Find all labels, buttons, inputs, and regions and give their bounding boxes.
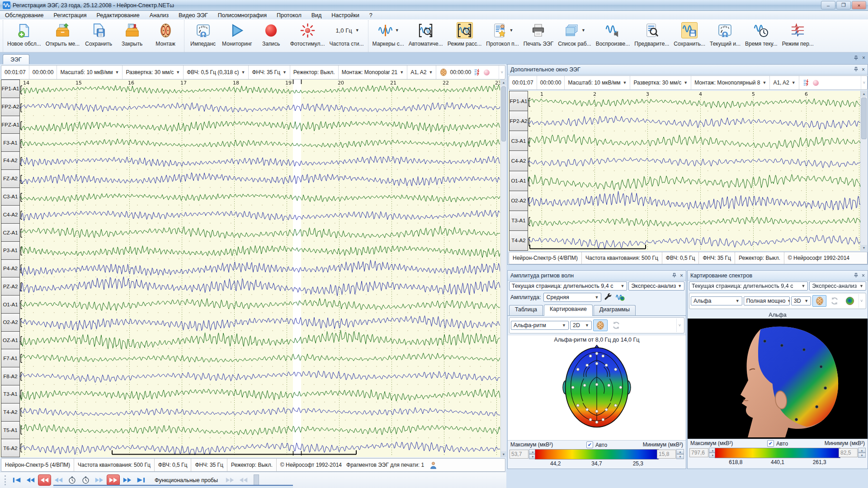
- channel-label-F3-A1[interactable]: F3-A1: [1, 133, 20, 152]
- channel-label-FP1-A1[interactable]: FP1-A1: [509, 91, 528, 111]
- current-time-button[interactable]: Время теку...: [743, 20, 780, 52]
- chevron-down-icon[interactable]: ▼: [509, 28, 514, 33]
- step-back-button[interactable]: [52, 475, 65, 485]
- go-start-button[interactable]: [11, 475, 23, 485]
- channel-label-PZ-A2[interactable]: PZ-A2: [1, 277, 20, 296]
- colormap-icon[interactable]: [843, 295, 857, 307]
- channel-label-F7-A1[interactable]: F7-A1: [1, 349, 20, 367]
- spin-down-icon[interactable]: ▼: [858, 453, 866, 458]
- close-panel-icon[interactable]: ×: [862, 272, 865, 279]
- rhythm-select[interactable]: Альфа-ритм▼: [511, 321, 569, 330]
- menu-item-9[interactable]: ?: [364, 12, 377, 19]
- control-1[interactable]: 00:00:00: [537, 76, 565, 89]
- refresh-icon[interactable]: [609, 319, 623, 331]
- min-input-spinner[interactable]: ▲▼: [858, 448, 866, 458]
- control-0[interactable]: 00:01:07: [1, 66, 29, 79]
- power-select[interactable]: Полная мощно▼: [744, 296, 790, 305]
- eeg-extra-traces[interactable]: [528, 91, 861, 250]
- tab-Диаграммы[interactable]: Диаграммы: [594, 305, 636, 315]
- pin-icon[interactable]: [854, 273, 859, 278]
- open-exam-button[interactable]: Открыть ме...: [43, 20, 82, 52]
- scroll-nub-icon[interactable]: ˅: [499, 66, 505, 79]
- channel-label-C3-A1[interactable]: C3-A1: [509, 131, 528, 151]
- head-map-button[interactable]: [593, 319, 608, 331]
- channel-label-C3-A1[interactable]: C3-A1: [1, 188, 20, 206]
- current-impedance-button[interactable]: ΩТекущий и...: [708, 20, 743, 52]
- print-eeg-button[interactable]: Печать ЭЭГ: [521, 20, 556, 52]
- channel-label-FP2-A2[interactable]: FP2-A2: [1, 98, 20, 116]
- fast-back-button[interactable]: [24, 475, 37, 485]
- page-forward-button[interactable]: [107, 474, 120, 486]
- wave-map-icon[interactable]: [615, 292, 626, 302]
- spin-down-icon[interactable]: ▼: [676, 454, 684, 459]
- scroll-up-icon[interactable]: ▲: [861, 91, 867, 97]
- pin-icon[interactable]: [854, 67, 859, 72]
- scroll-nub-icon[interactable]: ˅: [861, 76, 867, 89]
- tab-Картирование[interactable]: Картирование: [544, 305, 593, 316]
- monitoring-button[interactable]: Мониторинг: [220, 20, 255, 52]
- control-7[interactable]: Монтаж: Monopolar 21▼: [338, 66, 407, 79]
- menu-item-3[interactable]: Анализ: [145, 12, 174, 19]
- montage-button[interactable]: Монтаж: [149, 20, 182, 52]
- tab-Таблица[interactable]: Таблица: [509, 305, 543, 315]
- auto-checkbox[interactable]: ✔: [586, 441, 593, 448]
- scroll-down-icon[interactable]: ▼: [861, 245, 867, 251]
- max-input-value[interactable]: 53,7: [509, 450, 528, 459]
- auto-analysis-button[interactable]: Автоматиче...: [406, 20, 445, 52]
- channel-label-O1-A1[interactable]: O1-A1: [1, 295, 20, 314]
- next-probe-button[interactable]: [224, 475, 236, 485]
- stim-marker-icon[interactable]: [802, 79, 811, 87]
- scroll-up-icon[interactable]: ▲: [501, 80, 506, 85]
- go-end-button[interactable]: [135, 475, 147, 485]
- control-5[interactable]: ФНЧ: 35 Гц▼: [248, 66, 289, 79]
- new-exam-button[interactable]: Новое обсл...: [5, 20, 43, 52]
- eeg-main-traces[interactable]: [20, 80, 500, 455]
- channel-label-O2-A2[interactable]: O2-A2: [1, 313, 20, 332]
- chevron-down-icon[interactable]: ▼: [581, 28, 585, 33]
- head-map-button[interactable]: [812, 295, 826, 307]
- stim-frequency-select[interactable]: 1,0 Гц▼Частота сти...: [327, 20, 366, 52]
- close-exam-button[interactable]: Закрыть: [115, 20, 149, 52]
- min-input[interactable]: 15,8▲▼: [657, 449, 684, 459]
- pen-mode-button[interactable]: Режим пер...: [780, 20, 816, 52]
- rhythm-select[interactable]: Альфа▼: [691, 296, 742, 305]
- save-button[interactable]: Сохранить: [82, 20, 115, 52]
- channel-label-P4-A2[interactable]: P4-A2: [1, 259, 20, 278]
- min-input-spinner[interactable]: ▲▼: [676, 449, 684, 459]
- eeg-extra-scrollbar[interactable]: ▲ ▼: [860, 91, 867, 251]
- channel-label-T4-A2[interactable]: T4-A2: [509, 230, 528, 251]
- amplitude-select[interactable]: Средняя▼: [543, 293, 601, 302]
- menu-item-7[interactable]: Вид: [307, 12, 327, 19]
- express-analysis-select[interactable]: Экспресс-анализ▼: [809, 282, 866, 291]
- channel-label-T6-A2[interactable]: T6-A2: [1, 439, 20, 457]
- channel-label-F8-A2[interactable]: F8-A2: [1, 367, 20, 385]
- time-back-button[interactable]: [66, 475, 78, 485]
- page-select[interactable]: Текущая страница: длительность 9,4 с▼: [689, 282, 808, 291]
- channel-label-O1-A1[interactable]: O1-A1: [509, 171, 528, 191]
- close-tab-icon[interactable]: ×: [862, 55, 865, 61]
- head-icon[interactable]: [439, 68, 448, 76]
- control-2[interactable]: Масштаб: 10 мкВ/мм▼: [564, 76, 630, 89]
- patient-icon[interactable]: [429, 461, 437, 469]
- control-4[interactable]: ФВЧ: 0,5 Гц (0,318 с)▼: [183, 66, 248, 79]
- time-forward-button[interactable]: [80, 475, 92, 485]
- control-3[interactable]: Развертка: 30 мм/с▼: [630, 76, 691, 89]
- channel-label-FPZ-A1[interactable]: FPZ-A1: [1, 116, 20, 134]
- channel-label-P3-A1[interactable]: P3-A1: [1, 241, 20, 260]
- fast-forward-button[interactable]: [121, 475, 133, 485]
- max-input[interactable]: 797,6▲▼: [689, 448, 717, 458]
- close-panel-icon[interactable]: ×: [862, 66, 865, 73]
- channel-label-F4-A2[interactable]: F4-A2: [1, 151, 20, 170]
- min-input-value[interactable]: 82,5: [839, 448, 858, 457]
- maximize-button[interactable]: ❐: [836, 1, 851, 9]
- channel-label-T5-A1[interactable]: T5-A1: [1, 421, 20, 440]
- control-4[interactable]: Монтаж: Монополярный 8▼: [691, 76, 769, 89]
- channel-label-C4-A2[interactable]: C4-A2: [509, 150, 528, 171]
- close-button[interactable]: ×: [852, 1, 866, 9]
- min-input[interactable]: 82,5▲▼: [839, 448, 866, 458]
- markers-button[interactable]: ▼Маркеры с...: [370, 20, 406, 52]
- channel-label-FP1-A1[interactable]: FP1-A1: [1, 80, 20, 98]
- record-button[interactable]: Запись: [255, 20, 288, 52]
- menu-item-6[interactable]: Протокол: [272, 12, 307, 19]
- settings-wrench-icon[interactable]: [603, 292, 613, 302]
